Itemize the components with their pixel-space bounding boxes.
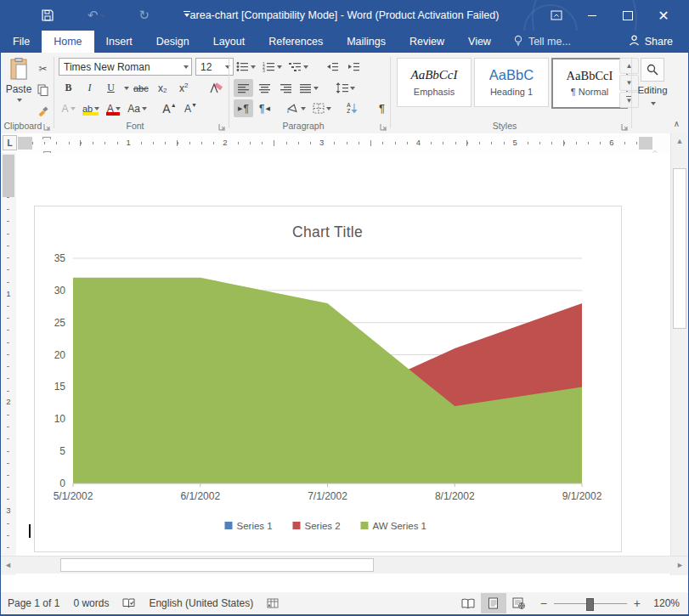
legend-label: Series 2 <box>305 521 341 531</box>
show-hide-pilcrow-button[interactable]: ¶ <box>372 99 392 117</box>
strikethrough-button[interactable]: abc <box>131 79 151 97</box>
area-chart-svg: 353025201510505/1/20026/1/20027/1/20028/… <box>35 206 621 551</box>
multilevel-list-button[interactable] <box>286 58 311 76</box>
undo-icon[interactable]: ↶ <box>88 8 105 23</box>
zoom-slider[interactable] <box>554 603 627 604</box>
highlight-color-button[interactable]: ab <box>80 99 102 117</box>
cut-icon[interactable]: ✂ <box>33 59 53 77</box>
text-effects-button[interactable]: A <box>59 99 78 117</box>
shading-button[interactable] <box>283 99 308 117</box>
sort-button[interactable]: AZ <box>342 99 362 117</box>
tab-view[interactable]: View <box>456 31 503 53</box>
align-left-button[interactable] <box>234 79 253 97</box>
y-axis-label: 25 <box>54 317 66 329</box>
collapse-ribbon-icon[interactable]: ∧ <box>674 119 680 128</box>
customize-qat-icon[interactable] <box>184 11 190 20</box>
language-status[interactable]: English (United States) <box>142 592 260 614</box>
redo-icon[interactable]: ↻ <box>139 8 150 23</box>
minimize-button[interactable] <box>574 0 610 31</box>
font-group-label: Font <box>55 121 215 131</box>
tab-selector[interactable]: L <box>3 135 17 150</box>
vertical-scrollbar-thumb[interactable] <box>673 168 686 329</box>
vertical-scrollbar[interactable]: ▲ ▼ <box>670 133 688 575</box>
font-dialog-launcher[interactable] <box>218 122 226 129</box>
zoom-out-icon[interactable]: − <box>540 596 547 610</box>
y-axis-label: 30 <box>54 285 66 297</box>
tab-references[interactable]: References <box>257 31 335 53</box>
styles-dialog-launcher[interactable] <box>621 122 629 129</box>
clipboard-dialog-launcher[interactable] <box>43 122 51 129</box>
shrink-font-button[interactable]: A▼ <box>181 99 200 117</box>
y-axis-label: 0 <box>59 478 65 489</box>
bullets-button[interactable] <box>234 58 258 76</box>
borders-button[interactable] <box>310 99 334 117</box>
x-axis-label: 8/1/2002 <box>435 490 475 502</box>
rtl-direction-button[interactable]: ¶◀ <box>255 99 274 117</box>
print-layout-icon[interactable] <box>481 593 506 613</box>
subscript-button[interactable]: x2 <box>153 79 172 97</box>
style-preview: AaBbC <box>489 68 534 82</box>
save-icon[interactable] <box>42 9 54 21</box>
tell-me-button[interactable]: Tell me... <box>503 31 581 53</box>
read-mode-icon[interactable] <box>455 593 481 613</box>
tab-home[interactable]: Home <box>42 31 93 53</box>
style-emphasis[interactable]: AaBbCcIEmphasis <box>397 58 472 107</box>
macro-record-icon[interactable] <box>260 592 285 614</box>
zoom-slider-thumb[interactable] <box>586 598 594 611</box>
web-layout-icon[interactable] <box>506 593 532 613</box>
grow-font-button[interactable]: A▲ <box>160 99 179 117</box>
zoom-level[interactable]: 120% <box>647 597 680 609</box>
paragraph-dialog-launcher[interactable] <box>380 122 387 129</box>
close-button[interactable]: ✕ <box>646 0 681 31</box>
underline-dropdown-icon[interactable] <box>124 87 129 93</box>
scroll-right-icon[interactable]: ► <box>673 557 687 574</box>
font-color-button[interactable]: A <box>104 99 123 117</box>
style-normal[interactable]: AaBbCcI¶ Normal <box>551 58 628 109</box>
chart-object[interactable]: 353025201510505/1/20026/1/20027/1/20028/… <box>34 206 622 552</box>
align-right-button[interactable] <box>276 79 296 97</box>
underline-button[interactable]: U <box>101 79 121 97</box>
tab-layout[interactable]: Layout <box>201 31 257 53</box>
editing-button[interactable]: Editing <box>636 58 669 108</box>
share-button[interactable]: Share <box>613 31 688 53</box>
italic-button[interactable]: I <box>80 79 99 97</box>
scroll-left-icon[interactable]: ◄ <box>1 557 15 574</box>
font-name-combo[interactable]: Times New Roman <box>59 58 192 76</box>
horizontal-scrollbar[interactable]: ◄ ► <box>1 556 688 574</box>
font-size-value: 12 <box>200 61 212 73</box>
vertical-ruler[interactable]: 123 <box>1 153 16 575</box>
copy-icon[interactable] <box>33 81 53 99</box>
decrease-indent-button[interactable] <box>323 58 342 76</box>
horizontal-scrollbar-thumb[interactable] <box>60 558 374 572</box>
tab-review[interactable]: Review <box>398 31 456 53</box>
clear-formatting-button[interactable] <box>207 79 227 97</box>
numbering-button[interactable]: 123 <box>260 58 285 76</box>
tab-design[interactable]: Design <box>144 31 201 53</box>
tab-mailings[interactable]: Mailings <box>335 31 398 53</box>
ltr-direction-button[interactable]: ▶¶ <box>234 99 253 117</box>
chart-title[interactable]: Chart Title <box>292 223 363 240</box>
maximize-button[interactable] <box>610 0 646 31</box>
tab-insert[interactable]: Insert <box>94 31 144 53</box>
style-heading1[interactable]: AaBbCHeading 1 <box>474 58 549 107</box>
tab-file[interactable]: File <box>1 31 42 53</box>
change-case-button[interactable]: Aa <box>125 99 150 117</box>
ruler-row: L 123456 <box>1 133 671 154</box>
clipboard-group-label: Clipboard <box>1 121 45 131</box>
horizontal-ruler[interactable]: 123456 <box>18 137 652 150</box>
ribbon-display-options-icon[interactable] <box>539 0 574 31</box>
proofing-status-icon[interactable] <box>116 592 142 614</box>
paste-button[interactable]: Paste <box>5 58 32 116</box>
line-spacing-button[interactable] <box>333 79 358 97</box>
zoom-in-icon[interactable]: + <box>634 596 641 610</box>
word-count-status[interactable]: 0 words <box>66 592 116 614</box>
increase-indent-button[interactable] <box>344 58 364 76</box>
align-center-button[interactable] <box>255 79 274 97</box>
page-number-status[interactable]: Page 1 of 1 <box>1 592 66 614</box>
justify-button[interactable] <box>297 79 321 97</box>
scroll-up-icon[interactable]: ▲ <box>671 133 688 148</box>
format-painter-icon[interactable] <box>33 102 53 120</box>
clipboard-icon <box>9 58 28 80</box>
superscript-button[interactable]: x2 <box>174 79 194 97</box>
bold-button[interactable]: B <box>59 79 78 97</box>
